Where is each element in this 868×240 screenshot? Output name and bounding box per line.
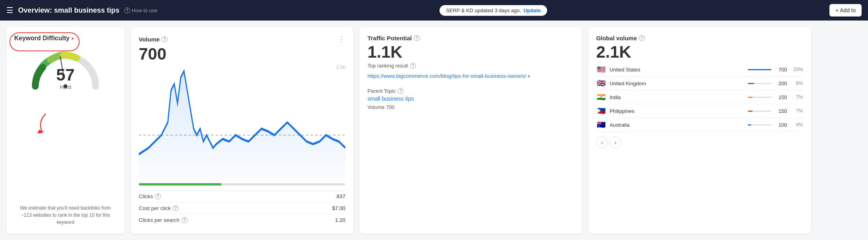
clicks-progress-fill <box>139 183 222 186</box>
country-volume: 200 <box>775 81 787 86</box>
gauge-svg: 57 Hard <box>26 47 105 90</box>
clicks-metric-row: Clicks ? 837 <box>139 190 345 202</box>
traffic-title: Traffic Potential ? <box>367 35 420 41</box>
hamburger-menu-icon[interactable]: ☰ <box>6 6 13 15</box>
help-icon: ? <box>124 8 130 13</box>
global-info-icon[interactable]: ? <box>639 35 645 41</box>
clicks-progress-bar <box>139 183 345 186</box>
volume-dots-menu[interactable]: ⋮ <box>338 35 345 43</box>
country-bar <box>748 97 753 98</box>
cps-label: Clicks per search ? <box>139 217 188 223</box>
cpc-value: $7.00 <box>332 205 345 211</box>
clicks-label-text: Clicks <box>139 193 153 199</box>
dropdown-arrow-icon: ▾ <box>528 73 530 79</box>
volume-chart-area: 2.1K <box>139 65 345 180</box>
kd-title-row: Keyword Difficulty ▸ <box>14 35 117 42</box>
cps-label-text: Clicks per search <box>139 217 180 223</box>
country-bar-wrap <box>748 111 771 112</box>
arrow-icon: ▸ <box>72 36 74 41</box>
parent-topic-label: Parent Topic ? <box>367 88 574 94</box>
add-to-button[interactable]: + Add to <box>829 4 862 17</box>
country-row: 🇮🇳 India 150 7% <box>596 90 803 104</box>
global-card-header: Global volume ? <box>596 35 803 41</box>
page-title: Overview: small business tips <box>18 6 119 15</box>
traffic-info-icon[interactable]: ? <box>414 35 420 41</box>
country-row: 🇬🇧 United Kingdom 200 9% <box>596 77 803 90</box>
chart-max-label: 2.1K <box>337 65 346 69</box>
cps-info-icon[interactable]: ? <box>182 217 188 223</box>
country-bar-wrap <box>748 124 771 126</box>
country-flag: 🇺🇸 <box>596 65 606 74</box>
global-volume-card: Global volume ? 2.1K 🇺🇸 United States 70… <box>588 27 810 234</box>
global-title: Global volume ? <box>596 35 644 41</box>
country-bar-wrap <box>748 69 771 70</box>
next-arrow-button[interactable]: › <box>609 137 621 148</box>
country-volume: 100 <box>775 122 787 128</box>
country-name: United States <box>609 67 744 73</box>
top-result-label-text: Top ranking result <box>367 63 408 69</box>
top-result-url: https://www.bigcommerce.com/blog/tips-fo… <box>367 73 526 80</box>
how-to-use-link[interactable]: ? How to use <box>124 8 157 13</box>
traffic-card-header: Traffic Potential ? <box>367 35 574 41</box>
prev-arrow-button[interactable]: ‹ <box>596 137 608 148</box>
update-link[interactable]: Update <box>523 8 541 13</box>
top-result-link[interactable]: https://www.bigcommerce.com/blog/tips-fo… <box>367 73 574 80</box>
country-flag: 🇮🇳 <box>596 93 606 101</box>
clicks-info-icon[interactable]: ? <box>155 193 161 199</box>
gauge-container: 57 Hard <box>14 47 117 90</box>
country-bar-wrap <box>748 83 771 84</box>
country-flag: 🇬🇧 <box>596 79 606 88</box>
help-label: How to use <box>132 8 157 13</box>
parent-topic-link[interactable]: small business tips <box>367 96 574 102</box>
clicks-value: 837 <box>337 193 346 199</box>
country-row: 🇦🇺 Australia 100 4% <box>596 118 803 132</box>
country-name: India <box>609 94 744 100</box>
country-volume: 150 <box>775 94 787 100</box>
cps-metric-row: Clicks per search ? 1.20 <box>139 214 345 226</box>
global-title-text: Global volume <box>596 35 637 41</box>
volume-title-text: Volume <box>139 36 160 43</box>
country-list: 🇺🇸 United States 700 33% 🇬🇧 United Kingd… <box>596 63 803 132</box>
volume-line-chart <box>139 65 345 180</box>
nav-arrows: ‹ › <box>596 137 803 148</box>
country-bar-wrap <box>748 97 771 98</box>
traffic-volume-small: Volume 700 <box>367 104 574 110</box>
country-bar <box>748 69 771 70</box>
country-name: Australia <box>609 122 744 128</box>
country-name: Philippines <box>609 108 744 114</box>
cpc-label-text: Cost per click <box>139 205 171 211</box>
country-volume: 700 <box>775 67 787 73</box>
country-bar <box>748 111 753 112</box>
serp-text: SERP & KD updated 3 days ago. <box>446 8 521 13</box>
traffic-potential-card: Traffic Potential ? 1.1K Top ranking res… <box>359 27 582 234</box>
country-pct: 33% <box>790 67 803 72</box>
volume-big-number: 700 <box>139 45 345 63</box>
country-pct: 9% <box>790 81 803 86</box>
kd-title: Keyword Difficulty <box>14 35 69 42</box>
parent-topic-label-text: Parent Topic <box>367 88 396 94</box>
cpc-info-icon[interactable]: ? <box>173 205 179 211</box>
country-row: 🇺🇸 United States 700 33% <box>596 63 803 77</box>
country-flag: 🇵🇭 <box>596 107 606 115</box>
volume-info-icon[interactable]: ? <box>162 36 168 42</box>
volume-title: Volume ? <box>139 36 168 43</box>
cps-value: 1.20 <box>335 217 345 223</box>
parent-topic-info-icon[interactable]: ? <box>398 88 404 94</box>
country-pct: 4% <box>790 122 803 128</box>
volume-card: Volume ? ⋮ 700 2.1K <box>131 27 353 234</box>
country-name: United Kingdom <box>609 81 744 86</box>
country-bar <box>748 124 751 126</box>
top-result-label: Top ranking result ? <box>367 63 574 69</box>
country-row: 🇵🇭 Philippines 150 7% <box>596 104 803 118</box>
keyword-difficulty-card: Keyword Difficulty ▸ 57 Hard <box>6 27 125 234</box>
cpc-metric-row: Cost per click ? $7.00 <box>139 202 345 214</box>
cards-container: Keyword Difficulty ▸ 57 Hard <box>0 21 868 240</box>
svg-point-3 <box>63 84 67 88</box>
traffic-big-number: 1.1K <box>367 43 574 61</box>
top-result-info-icon[interactable]: ? <box>410 63 416 69</box>
serp-badge: SERP & KD updated 3 days ago. Update <box>440 5 547 16</box>
traffic-title-text: Traffic Potential <box>367 35 412 41</box>
country-volume: 150 <box>775 108 787 114</box>
svg-marker-4 <box>35 128 44 133</box>
volume-card-header: Volume ? ⋮ <box>139 35 345 43</box>
